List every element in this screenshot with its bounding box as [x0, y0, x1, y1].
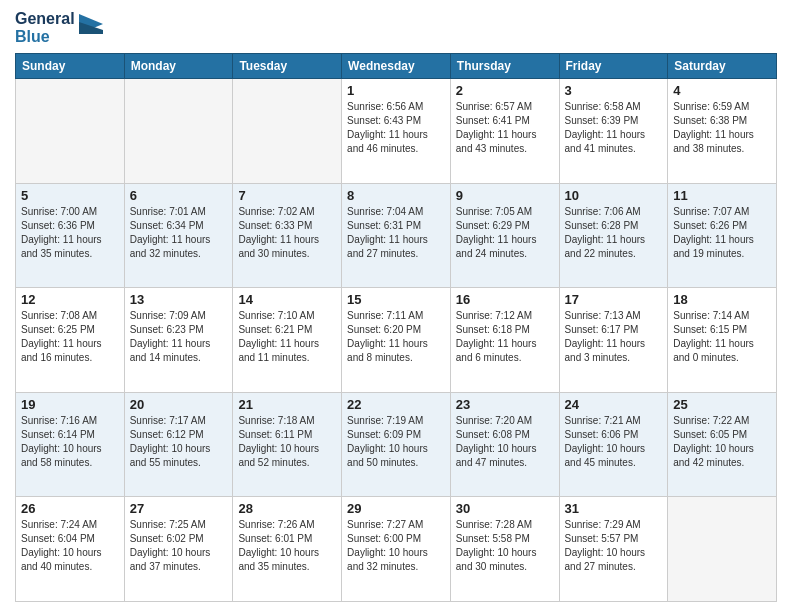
day-info: Sunrise: 6:57 AM Sunset: 6:41 PM Dayligh… [456, 100, 554, 156]
calendar-header-row: SundayMondayTuesdayWednesdayThursdayFrid… [16, 54, 777, 79]
calendar-cell: 11Sunrise: 7:07 AM Sunset: 6:26 PM Dayli… [668, 183, 777, 288]
logo-blue-text: Blue [15, 28, 75, 46]
calendar-cell [233, 79, 342, 184]
day-info: Sunrise: 7:24 AM Sunset: 6:04 PM Dayligh… [21, 518, 119, 574]
day-info: Sunrise: 7:17 AM Sunset: 6:12 PM Dayligh… [130, 414, 228, 470]
day-info: Sunrise: 7:18 AM Sunset: 6:11 PM Dayligh… [238, 414, 336, 470]
calendar-cell [668, 497, 777, 602]
day-number: 25 [673, 397, 771, 412]
calendar-cell: 31Sunrise: 7:29 AM Sunset: 5:57 PM Dayli… [559, 497, 668, 602]
day-info: Sunrise: 7:06 AM Sunset: 6:28 PM Dayligh… [565, 205, 663, 261]
day-number: 8 [347, 188, 445, 203]
calendar-cell: 28Sunrise: 7:26 AM Sunset: 6:01 PM Dayli… [233, 497, 342, 602]
calendar-cell: 9Sunrise: 7:05 AM Sunset: 6:29 PM Daylig… [450, 183, 559, 288]
day-number: 2 [456, 83, 554, 98]
day-info: Sunrise: 7:08 AM Sunset: 6:25 PM Dayligh… [21, 309, 119, 365]
day-info: Sunrise: 7:04 AM Sunset: 6:31 PM Dayligh… [347, 205, 445, 261]
calendar-cell: 21Sunrise: 7:18 AM Sunset: 6:11 PM Dayli… [233, 392, 342, 497]
day-info: Sunrise: 7:20 AM Sunset: 6:08 PM Dayligh… [456, 414, 554, 470]
calendar-cell: 24Sunrise: 7:21 AM Sunset: 6:06 PM Dayli… [559, 392, 668, 497]
day-info: Sunrise: 7:10 AM Sunset: 6:21 PM Dayligh… [238, 309, 336, 365]
calendar-cell: 7Sunrise: 7:02 AM Sunset: 6:33 PM Daylig… [233, 183, 342, 288]
calendar-cell: 6Sunrise: 7:01 AM Sunset: 6:34 PM Daylig… [124, 183, 233, 288]
day-number: 4 [673, 83, 771, 98]
calendar-header-monday: Monday [124, 54, 233, 79]
page: General Blue SundayMondayTuesdayWednesda… [0, 0, 792, 612]
calendar-cell: 5Sunrise: 7:00 AM Sunset: 6:36 PM Daylig… [16, 183, 125, 288]
calendar-cell: 18Sunrise: 7:14 AM Sunset: 6:15 PM Dayli… [668, 288, 777, 393]
day-number: 21 [238, 397, 336, 412]
day-info: Sunrise: 7:14 AM Sunset: 6:15 PM Dayligh… [673, 309, 771, 365]
day-number: 26 [21, 501, 119, 516]
day-number: 27 [130, 501, 228, 516]
calendar-cell: 14Sunrise: 7:10 AM Sunset: 6:21 PM Dayli… [233, 288, 342, 393]
day-number: 3 [565, 83, 663, 98]
calendar-cell: 19Sunrise: 7:16 AM Sunset: 6:14 PM Dayli… [16, 392, 125, 497]
calendar-cell [16, 79, 125, 184]
day-info: Sunrise: 7:12 AM Sunset: 6:18 PM Dayligh… [456, 309, 554, 365]
day-info: Sunrise: 7:19 AM Sunset: 6:09 PM Dayligh… [347, 414, 445, 470]
calendar-header-sunday: Sunday [16, 54, 125, 79]
day-number: 10 [565, 188, 663, 203]
day-number: 15 [347, 292, 445, 307]
day-info: Sunrise: 7:27 AM Sunset: 6:00 PM Dayligh… [347, 518, 445, 574]
calendar-header-saturday: Saturday [668, 54, 777, 79]
calendar-header-thursday: Thursday [450, 54, 559, 79]
calendar-cell [124, 79, 233, 184]
day-info: Sunrise: 6:58 AM Sunset: 6:39 PM Dayligh… [565, 100, 663, 156]
calendar-cell: 30Sunrise: 7:28 AM Sunset: 5:58 PM Dayli… [450, 497, 559, 602]
logo-wrapper: General Blue [15, 10, 103, 45]
calendar-cell: 27Sunrise: 7:25 AM Sunset: 6:02 PM Dayli… [124, 497, 233, 602]
calendar-header-friday: Friday [559, 54, 668, 79]
calendar-cell: 1Sunrise: 6:56 AM Sunset: 6:43 PM Daylig… [342, 79, 451, 184]
day-number: 14 [238, 292, 336, 307]
day-number: 28 [238, 501, 336, 516]
day-info: Sunrise: 7:05 AM Sunset: 6:29 PM Dayligh… [456, 205, 554, 261]
day-info: Sunrise: 7:21 AM Sunset: 6:06 PM Dayligh… [565, 414, 663, 470]
day-info: Sunrise: 7:13 AM Sunset: 6:17 PM Dayligh… [565, 309, 663, 365]
day-number: 11 [673, 188, 771, 203]
calendar-cell: 23Sunrise: 7:20 AM Sunset: 6:08 PM Dayli… [450, 392, 559, 497]
logo-triangle-icon [79, 14, 103, 42]
day-info: Sunrise: 7:28 AM Sunset: 5:58 PM Dayligh… [456, 518, 554, 574]
calendar-cell: 15Sunrise: 7:11 AM Sunset: 6:20 PM Dayli… [342, 288, 451, 393]
day-info: Sunrise: 7:07 AM Sunset: 6:26 PM Dayligh… [673, 205, 771, 261]
day-number: 18 [673, 292, 771, 307]
day-info: Sunrise: 7:26 AM Sunset: 6:01 PM Dayligh… [238, 518, 336, 574]
calendar-table: SundayMondayTuesdayWednesdayThursdayFrid… [15, 53, 777, 602]
day-number: 19 [21, 397, 119, 412]
day-info: Sunrise: 7:09 AM Sunset: 6:23 PM Dayligh… [130, 309, 228, 365]
day-number: 12 [21, 292, 119, 307]
day-info: Sunrise: 7:00 AM Sunset: 6:36 PM Dayligh… [21, 205, 119, 261]
day-info: Sunrise: 7:29 AM Sunset: 5:57 PM Dayligh… [565, 518, 663, 574]
calendar-cell: 13Sunrise: 7:09 AM Sunset: 6:23 PM Dayli… [124, 288, 233, 393]
day-info: Sunrise: 6:59 AM Sunset: 6:38 PM Dayligh… [673, 100, 771, 156]
day-info: Sunrise: 7:16 AM Sunset: 6:14 PM Dayligh… [21, 414, 119, 470]
day-number: 9 [456, 188, 554, 203]
calendar-week-row: 1Sunrise: 6:56 AM Sunset: 6:43 PM Daylig… [16, 79, 777, 184]
calendar-cell: 8Sunrise: 7:04 AM Sunset: 6:31 PM Daylig… [342, 183, 451, 288]
calendar-cell: 4Sunrise: 6:59 AM Sunset: 6:38 PM Daylig… [668, 79, 777, 184]
header: General Blue [15, 10, 777, 45]
day-number: 29 [347, 501, 445, 516]
day-number: 1 [347, 83, 445, 98]
day-info: Sunrise: 6:56 AM Sunset: 6:43 PM Dayligh… [347, 100, 445, 156]
calendar-cell: 29Sunrise: 7:27 AM Sunset: 6:00 PM Dayli… [342, 497, 451, 602]
calendar-cell: 12Sunrise: 7:08 AM Sunset: 6:25 PM Dayli… [16, 288, 125, 393]
calendar-cell: 16Sunrise: 7:12 AM Sunset: 6:18 PM Dayli… [450, 288, 559, 393]
calendar-header-wednesday: Wednesday [342, 54, 451, 79]
day-info: Sunrise: 7:25 AM Sunset: 6:02 PM Dayligh… [130, 518, 228, 574]
day-number: 5 [21, 188, 119, 203]
day-number: 16 [456, 292, 554, 307]
calendar-week-row: 12Sunrise: 7:08 AM Sunset: 6:25 PM Dayli… [16, 288, 777, 393]
day-number: 7 [238, 188, 336, 203]
logo-general-text: General [15, 10, 75, 28]
calendar-cell: 26Sunrise: 7:24 AM Sunset: 6:04 PM Dayli… [16, 497, 125, 602]
day-info: Sunrise: 7:02 AM Sunset: 6:33 PM Dayligh… [238, 205, 336, 261]
calendar-week-row: 26Sunrise: 7:24 AM Sunset: 6:04 PM Dayli… [16, 497, 777, 602]
day-number: 22 [347, 397, 445, 412]
day-info: Sunrise: 7:11 AM Sunset: 6:20 PM Dayligh… [347, 309, 445, 365]
day-number: 23 [456, 397, 554, 412]
day-info: Sunrise: 7:22 AM Sunset: 6:05 PM Dayligh… [673, 414, 771, 470]
calendar-cell: 2Sunrise: 6:57 AM Sunset: 6:41 PM Daylig… [450, 79, 559, 184]
